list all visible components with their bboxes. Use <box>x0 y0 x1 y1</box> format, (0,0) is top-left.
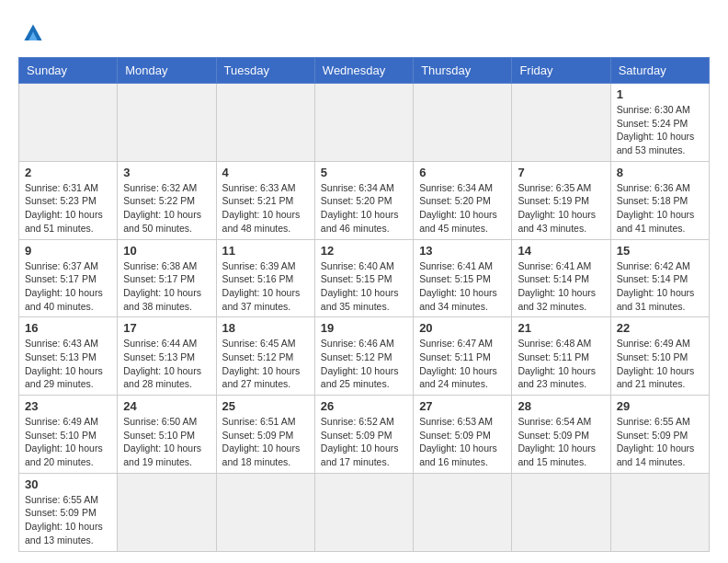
calendar-cell: 10Sunrise: 6:38 AMSunset: 5:17 PMDayligh… <box>118 239 216 317</box>
day-info: Sunrise: 6:53 AMSunset: 5:09 PMDaylight:… <box>419 415 506 469</box>
calendar-cell: 22Sunrise: 6:49 AMSunset: 5:10 PMDayligh… <box>610 317 709 396</box>
calendar-cell: 12Sunrise: 6:40 AMSunset: 5:15 PMDayligh… <box>314 239 413 317</box>
weekday-header-saturday: Saturday <box>610 58 709 84</box>
week-row-1: 2Sunrise: 6:31 AMSunset: 5:23 PMDaylight… <box>19 161 710 239</box>
day-number: 6 <box>419 166 506 179</box>
day-info: Sunrise: 6:36 AMSunset: 5:18 PMDaylight:… <box>617 181 703 236</box>
calendar-cell <box>216 84 314 162</box>
day-info: Sunrise: 6:47 AMSunset: 5:11 PMDaylight:… <box>419 337 506 391</box>
day-number: 14 <box>518 244 604 258</box>
week-row-2: 9Sunrise: 6:37 AMSunset: 5:17 PMDaylight… <box>19 239 710 317</box>
day-number: 9 <box>25 244 111 258</box>
calendar-cell: 30Sunrise: 6:55 AMSunset: 5:09 PMDayligh… <box>19 473 118 551</box>
calendar-cell: 24Sunrise: 6:50 AMSunset: 5:10 PMDayligh… <box>118 396 216 474</box>
day-number: 16 <box>25 321 111 335</box>
calendar-cell: 2Sunrise: 6:31 AMSunset: 5:23 PMDaylight… <box>19 161 118 239</box>
calendar-cell: 29Sunrise: 6:55 AMSunset: 5:09 PMDayligh… <box>610 396 709 474</box>
logo-svg <box>18 18 48 48</box>
calendar-cell: 28Sunrise: 6:54 AMSunset: 5:09 PMDayligh… <box>512 396 610 474</box>
day-number: 21 <box>518 321 604 335</box>
day-info: Sunrise: 6:44 AMSunset: 5:13 PMDaylight:… <box>123 337 210 391</box>
day-info: Sunrise: 6:43 AMSunset: 5:13 PMDaylight:… <box>25 337 111 391</box>
day-info: Sunrise: 6:40 AMSunset: 5:15 PMDaylight:… <box>321 259 407 314</box>
day-info: Sunrise: 6:48 AMSunset: 5:11 PMDaylight:… <box>518 337 604 391</box>
calendar-cell: 17Sunrise: 6:44 AMSunset: 5:13 PMDayligh… <box>118 317 216 396</box>
calendar-cell <box>118 84 216 162</box>
calendar-cell: 26Sunrise: 6:52 AMSunset: 5:09 PMDayligh… <box>314 396 413 474</box>
day-info: Sunrise: 6:45 AMSunset: 5:12 PMDaylight:… <box>222 337 309 391</box>
day-number: 1 <box>617 87 703 101</box>
day-number: 19 <box>321 321 407 335</box>
calendar-cell <box>414 473 512 551</box>
day-number: 25 <box>222 399 309 413</box>
day-info: Sunrise: 6:49 AMSunset: 5:10 PMDaylight:… <box>617 337 703 391</box>
day-info: Sunrise: 6:52 AMSunset: 5:09 PMDaylight:… <box>321 415 407 469</box>
calendar-cell: 11Sunrise: 6:39 AMSunset: 5:16 PMDayligh… <box>216 239 314 317</box>
header <box>18 18 710 48</box>
weekday-header-monday: Monday <box>118 58 216 84</box>
calendar-body: 1Sunrise: 6:30 AMSunset: 5:24 PMDaylight… <box>19 84 710 552</box>
calendar-cell <box>512 473 610 551</box>
day-number: 28 <box>518 399 604 413</box>
calendar-cell: 13Sunrise: 6:41 AMSunset: 5:15 PMDayligh… <box>414 239 512 317</box>
day-number: 7 <box>518 166 604 179</box>
day-number: 3 <box>123 166 210 179</box>
day-info: Sunrise: 6:50 AMSunset: 5:10 PMDaylight:… <box>123 415 210 469</box>
calendar-cell: 14Sunrise: 6:41 AMSunset: 5:14 PMDayligh… <box>512 239 610 317</box>
day-info: Sunrise: 6:37 AMSunset: 5:17 PMDaylight:… <box>25 259 111 314</box>
day-info: Sunrise: 6:55 AMSunset: 5:09 PMDaylight:… <box>617 415 703 469</box>
day-info: Sunrise: 6:31 AMSunset: 5:23 PMDaylight:… <box>25 181 111 236</box>
day-info: Sunrise: 6:34 AMSunset: 5:20 PMDaylight:… <box>321 181 407 236</box>
week-row-0: 1Sunrise: 6:30 AMSunset: 5:24 PMDaylight… <box>19 84 710 162</box>
day-number: 24 <box>123 399 210 413</box>
weekday-header-tuesday: Tuesday <box>216 58 314 84</box>
day-info: Sunrise: 6:34 AMSunset: 5:20 PMDaylight:… <box>419 181 506 236</box>
day-info: Sunrise: 6:49 AMSunset: 5:10 PMDaylight:… <box>25 415 111 469</box>
weekday-row: SundayMondayTuesdayWednesdayThursdayFrid… <box>19 58 710 84</box>
weekday-header-wednesday: Wednesday <box>314 58 413 84</box>
day-info: Sunrise: 6:46 AMSunset: 5:12 PMDaylight:… <box>321 337 407 391</box>
weekday-header-sunday: Sunday <box>19 58 118 84</box>
day-number: 11 <box>222 244 309 258</box>
day-info: Sunrise: 6:39 AMSunset: 5:16 PMDaylight:… <box>222 259 309 314</box>
day-number: 29 <box>617 399 703 413</box>
weekday-header-friday: Friday <box>512 58 610 84</box>
week-row-3: 16Sunrise: 6:43 AMSunset: 5:13 PMDayligh… <box>19 317 710 396</box>
weekday-header-thursday: Thursday <box>414 58 512 84</box>
calendar-cell: 5Sunrise: 6:34 AMSunset: 5:20 PMDaylight… <box>314 161 413 239</box>
day-info: Sunrise: 6:41 AMSunset: 5:14 PMDaylight:… <box>518 259 604 314</box>
day-info: Sunrise: 6:32 AMSunset: 5:22 PMDaylight:… <box>123 181 210 236</box>
calendar-cell <box>118 473 216 551</box>
calendar-cell: 1Sunrise: 6:30 AMSunset: 5:24 PMDaylight… <box>610 84 709 162</box>
calendar-cell: 3Sunrise: 6:32 AMSunset: 5:22 PMDaylight… <box>118 161 216 239</box>
day-info: Sunrise: 6:41 AMSunset: 5:15 PMDaylight:… <box>419 259 506 314</box>
calendar-cell <box>19 84 118 162</box>
day-info: Sunrise: 6:33 AMSunset: 5:21 PMDaylight:… <box>222 181 309 236</box>
calendar-cell: 7Sunrise: 6:35 AMSunset: 5:19 PMDaylight… <box>512 161 610 239</box>
calendar-cell: 4Sunrise: 6:33 AMSunset: 5:21 PMDaylight… <box>216 161 314 239</box>
calendar-cell <box>314 84 413 162</box>
calendar-cell <box>512 84 610 162</box>
calendar-header: SundayMondayTuesdayWednesdayThursdayFrid… <box>19 58 710 84</box>
day-number: 13 <box>419 244 506 258</box>
calendar-cell: 8Sunrise: 6:36 AMSunset: 5:18 PMDaylight… <box>610 161 709 239</box>
day-number: 22 <box>617 321 703 335</box>
calendar-cell: 21Sunrise: 6:48 AMSunset: 5:11 PMDayligh… <box>512 317 610 396</box>
day-number: 17 <box>123 321 210 335</box>
day-number: 30 <box>25 477 111 491</box>
day-number: 5 <box>321 166 407 179</box>
day-number: 15 <box>617 244 703 258</box>
calendar-cell: 23Sunrise: 6:49 AMSunset: 5:10 PMDayligh… <box>19 396 118 474</box>
day-number: 26 <box>321 399 407 413</box>
calendar: SundayMondayTuesdayWednesdayThursdayFrid… <box>18 57 710 552</box>
day-info: Sunrise: 6:51 AMSunset: 5:09 PMDaylight:… <box>222 415 309 469</box>
calendar-cell: 9Sunrise: 6:37 AMSunset: 5:17 PMDaylight… <box>19 239 118 317</box>
day-info: Sunrise: 6:38 AMSunset: 5:17 PMDaylight:… <box>123 259 210 314</box>
day-info: Sunrise: 6:54 AMSunset: 5:09 PMDaylight:… <box>518 415 604 469</box>
week-row-5: 30Sunrise: 6:55 AMSunset: 5:09 PMDayligh… <box>19 473 710 551</box>
calendar-cell: 19Sunrise: 6:46 AMSunset: 5:12 PMDayligh… <box>314 317 413 396</box>
calendar-cell: 20Sunrise: 6:47 AMSunset: 5:11 PMDayligh… <box>414 317 512 396</box>
day-number: 18 <box>222 321 309 335</box>
calendar-cell <box>610 473 709 551</box>
day-number: 4 <box>222 166 309 179</box>
